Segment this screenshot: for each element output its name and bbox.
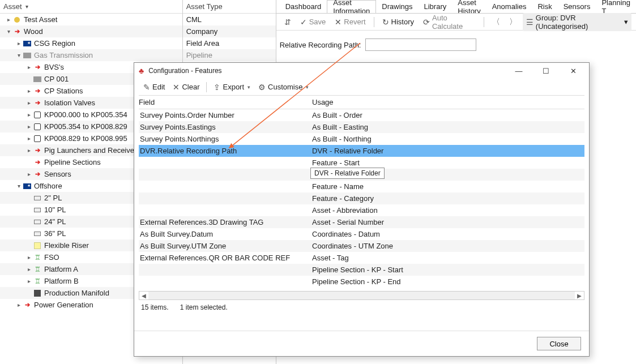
grid-row[interactable]: Asset - Abbreviation	[139, 204, 584, 216]
tab-asset-information[interactable]: Asset Information	[327, 0, 376, 14]
asset-type-header-label: Asset Type	[186, 2, 223, 11]
scroll-track[interactable]	[148, 292, 575, 299]
column-field[interactable]: Field	[139, 98, 312, 106]
cell-field: Survey Points.Northings	[139, 135, 312, 143]
tree-item[interactable]: ▸Test Asset	[0, 14, 182, 25]
horizontal-scrollbar[interactable]: ◄ ►	[139, 291, 584, 300]
grid-row[interactable]: Survey Points.EastingsAs Built - Easting	[139, 121, 584, 133]
tree-item[interactable]: ▾➔Wood	[0, 25, 182, 37]
expand-icon[interactable]: ▸	[25, 254, 33, 260]
grid-row[interactable]: External References.QR OR BAR CODE REFAs…	[139, 252, 584, 264]
tree-item-icon: ♖	[33, 277, 42, 286]
grid-row[interactable]: As Built Survey.DatumCoordinates - Datum	[139, 228, 584, 240]
features-grid[interactable]: Survey Points.Order NumberAs Built - Ord…	[139, 109, 584, 288]
minimize-button[interactable]: —	[507, 67, 530, 75]
expand-icon[interactable]: ▸	[25, 135, 33, 142]
group-selector[interactable]: ☰ Group: DVR (Uncategorised) ▾	[523, 13, 631, 31]
tree-item-icon	[33, 241, 42, 250]
export-icon: ⇪	[214, 83, 220, 92]
grid-row[interactable]: Pipeline Section - KP - Start	[139, 264, 584, 276]
asset-type-header[interactable]: Asset Type	[183, 0, 276, 14]
close-window-button[interactable]: ✕	[562, 67, 584, 75]
expand-icon[interactable]: ▾	[15, 52, 23, 58]
grid-row[interactable]: Survey Points.NorthingsAs Built - Northi…	[139, 133, 584, 145]
grid-header[interactable]: Field Usage	[139, 96, 584, 109]
maximize-button[interactable]: ☐	[535, 67, 557, 75]
close-button[interactable]: Close	[537, 337, 581, 350]
expand-icon[interactable]: ▸	[25, 171, 33, 177]
chevron-down-icon: ▾	[624, 18, 628, 26]
expand-icon[interactable]: ▸	[25, 266, 33, 272]
grid-row[interactable]: DVR.Relative Recording PathDVR - Relativ…	[139, 145, 584, 157]
tree-item-icon	[33, 110, 42, 119]
grid-row[interactable]: Feature - Name	[139, 181, 584, 192]
dialog-footer: Close	[134, 331, 589, 356]
expand-icon[interactable]: ▸	[25, 88, 33, 94]
prev-button[interactable]: 〈	[489, 16, 503, 28]
recording-path-input[interactable]	[365, 38, 476, 51]
expand-icon[interactable]: ▸	[25, 147, 33, 153]
tree-item-label: KP005.354 to KP008.829	[44, 122, 127, 131]
tab-risk[interactable]: Risk	[532, 0, 557, 14]
tab-anomalies[interactable]: Anomalies	[486, 0, 532, 14]
clear-button[interactable]: ✕Clear	[169, 82, 203, 93]
expand-icon[interactable]: ▸	[25, 64, 33, 70]
tab-sensors[interactable]: Sensors	[558, 0, 596, 14]
cell-field: As Built Survey.UTM Zone	[139, 242, 312, 250]
customise-button[interactable]: ⚙Customise▾	[255, 82, 312, 93]
expand-icon[interactable]: ▸	[15, 302, 23, 308]
expand-icon[interactable]: ▸	[25, 278, 33, 284]
tree-item-label: Sensors	[44, 170, 71, 178]
save-button[interactable]: ✓Save	[297, 16, 330, 28]
grid-row[interactable]: Pipeline Section - KP - End	[139, 276, 584, 288]
expand-icon[interactable]: ▾	[5, 28, 12, 35]
cell-usage: Asset - Serial Number	[312, 218, 584, 226]
tab-drawings[interactable]: Drawings	[376, 0, 418, 14]
revert-button[interactable]: ✕Revert	[331, 16, 369, 28]
dialog-titlebar[interactable]: ♣ Configuration - Features — ☐ ✕	[134, 63, 589, 79]
separator	[484, 17, 484, 27]
expand-icon[interactable]: ▾	[15, 183, 23, 189]
tabs-bar[interactable]: DashboardAsset InformationDrawingsLibrar…	[276, 0, 636, 14]
close-icon: ✕	[173, 83, 180, 92]
tree-item-icon: ♖	[33, 265, 42, 274]
tab-asset-history[interactable]: Asset History	[452, 0, 486, 14]
cell-usage: Pipeline Section - KP - Start	[312, 265, 584, 274]
tree-item-icon: ➔	[33, 99, 42, 108]
cell-usage: Coordinates - Datum	[312, 230, 584, 238]
expand-icon[interactable]: ▸	[25, 112, 33, 118]
tree-item-label: 2" PL	[44, 194, 62, 202]
grid-row[interactable]: As Built Survey.UTM ZoneCoordinates - UT…	[139, 240, 584, 252]
expand-icon[interactable]: ▸	[25, 100, 33, 106]
next-button[interactable]: 〉	[506, 16, 520, 28]
grid-row[interactable]: Survey Points.Order NumberAs Built - Ord…	[139, 109, 584, 121]
tab-planning-t[interactable]: Planning T	[596, 0, 636, 14]
tree-item-label: BVS's	[44, 63, 64, 71]
tab-dashboard[interactable]: Dashboard	[280, 0, 327, 14]
tree-item[interactable]: ▾Gas Transmission	[0, 49, 182, 61]
grid-row[interactable]: Feature - Category	[139, 192, 584, 204]
tree-item-label: Platform B	[44, 277, 79, 285]
expand-icon[interactable]: ▸	[15, 40, 23, 46]
tree-item[interactable]: ▸CSG Region	[0, 37, 182, 49]
asset-type-list: CMLCompanyField AreaPipeline	[183, 14, 276, 61]
export-button[interactable]: ⇪Export▾	[210, 82, 254, 93]
tree-item-icon: ➔	[33, 158, 42, 167]
auto-calculate-button[interactable]: ⟳Auto Calculate	[420, 12, 479, 32]
expand-icon[interactable]: ▸	[25, 123, 33, 130]
cell-usage: Coordinates - UTM Zone	[312, 242, 584, 250]
edit-button[interactable]: ✎Edit	[140, 82, 168, 93]
column-usage[interactable]: Usage	[312, 98, 584, 106]
asset-tree-header[interactable]: Asset ▾	[0, 0, 182, 14]
scroll-left-icon[interactable]: ◄	[139, 292, 148, 300]
grid-row[interactable]: External References.3D Drawing TAGAsset …	[139, 216, 584, 228]
scroll-right-icon[interactable]: ►	[575, 292, 584, 300]
expand-icon[interactable]: ▸	[5, 16, 12, 23]
history-button[interactable]: ↻History	[379, 16, 417, 28]
item-count: 15 items.	[141, 303, 169, 311]
tree-item-icon	[33, 194, 42, 203]
grid-row[interactable]: Feature - Start	[139, 157, 584, 169]
expand-collapse-button[interactable]: ⇵	[281, 16, 294, 28]
cell-field: Survey Points.Eastings	[139, 123, 312, 131]
tab-library[interactable]: Library	[419, 0, 453, 14]
